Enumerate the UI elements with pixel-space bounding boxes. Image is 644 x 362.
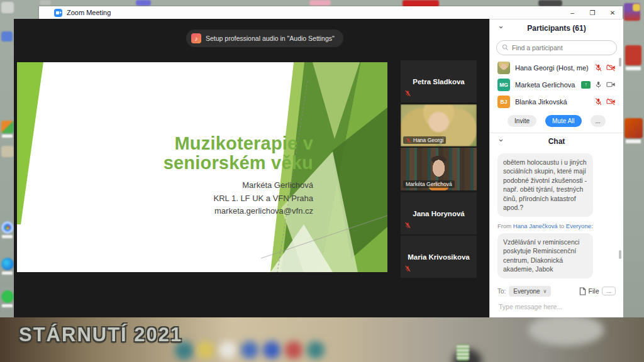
avatar xyxy=(497,62,510,74)
video-tile-hana[interactable]: Hana Georgi xyxy=(401,104,477,146)
chat-sender-line: From Hana Janečková to Everyone: xyxy=(497,222,616,229)
video-tile-maria[interactable]: Maria Krivosikova xyxy=(401,236,477,278)
participants-title: Participants (61) xyxy=(490,24,623,33)
desktop-icon[interactable] xyxy=(1,221,14,234)
tile-name: Hana Georgi xyxy=(413,137,443,143)
video-tile-jana[interactable]: Jana Horynová xyxy=(401,192,477,234)
to-label: To: xyxy=(497,288,506,295)
desktop-icon[interactable] xyxy=(309,0,331,6)
chevron-down-icon: ∨ xyxy=(543,288,547,294)
chat-scrollbar[interactable] xyxy=(619,250,621,259)
avatar: BJ xyxy=(497,96,510,108)
file-label: File xyxy=(589,287,599,295)
desktop-icon[interactable] xyxy=(538,0,562,6)
music-note-icon: ♪ xyxy=(191,33,201,43)
tile-name-badge: Hana Georgi xyxy=(403,136,446,144)
window-title: Zoom Meeting xyxy=(67,9,111,16)
recipient-value: Everyone xyxy=(513,288,540,295)
mic-muted-icon xyxy=(404,263,411,274)
chat-more-button[interactable]: ... xyxy=(602,287,616,295)
video-off-icon xyxy=(606,97,616,106)
chat-message: Vzdělávání v reminiscenci poskytuje Remi… xyxy=(497,233,593,278)
video-tile-petra[interactable]: Petra Sladkova xyxy=(401,60,477,102)
participant-search xyxy=(496,40,617,55)
slide-subtitle: Markéta Gerlichová KRL 1. LF UK a VFN Pr… xyxy=(164,179,313,217)
participant-row-blanka[interactable]: BJ Blanka Jirkovská xyxy=(490,93,623,110)
tile-name: Jana Horynová xyxy=(401,192,477,234)
search-icon xyxy=(502,44,509,51)
desktop-icon[interactable] xyxy=(633,4,640,11)
audio-settings-banner[interactable]: ♪ Setup professional audio in "Audio Set… xyxy=(186,30,343,47)
close-button[interactable]: ✕ xyxy=(602,6,623,19)
mic-muted-icon xyxy=(594,63,602,72)
chat-header: ⌄ Chat xyxy=(490,133,623,150)
mic-icon xyxy=(594,80,602,89)
tile-name: Petra Sladkova xyxy=(401,60,477,102)
shared-slide: Muzikoterapie v seniorském věku Markéta … xyxy=(17,62,387,272)
desktop-icon[interactable] xyxy=(625,45,641,65)
chevron-down-icon[interactable]: ⌄ xyxy=(497,134,504,143)
participant-row-marketa[interactable]: MG Marketa Gerlichova ↑ xyxy=(490,76,623,93)
mic-muted-icon xyxy=(406,138,411,143)
mic-muted-icon xyxy=(594,97,602,106)
chat-message: obětem holocaustu i u jiných sociálních … xyxy=(497,153,593,217)
desktop-icon[interactable] xyxy=(136,0,151,6)
minimize-button[interactable]: – xyxy=(562,6,582,19)
participants-header: ⌄ Participants (61) xyxy=(490,19,623,38)
audio-banner-text: Setup professional audio in "Audio Setti… xyxy=(206,35,335,42)
participant-name: Blanka Jirkovská xyxy=(515,98,589,106)
video-tile-marketa-active-speaker[interactable]: Markéta Gerlichová xyxy=(401,148,477,190)
window-titlebar[interactable]: Zoom Meeting – ❐ ✕ xyxy=(39,6,623,19)
participants-scrollbar[interactable] xyxy=(619,58,621,67)
more-options-button[interactable]: ... xyxy=(591,115,606,127)
chat-message-input[interactable] xyxy=(497,302,613,319)
slide-title: Muzikoterapie v seniorském věku xyxy=(164,134,313,172)
tile-name-badge: Markéta Gerlichová xyxy=(403,180,455,188)
chat-composer: To: Everyone ∨ File ... xyxy=(497,286,616,297)
window-controls: – ❐ ✕ xyxy=(562,6,623,19)
desktop-icon[interactable] xyxy=(1,121,14,133)
chat-title: Chat xyxy=(490,137,623,146)
mic-muted-icon xyxy=(404,219,411,231)
zoom-app-icon xyxy=(54,9,62,17)
participants-actions: Invite Mute All ... xyxy=(490,115,623,127)
file-icon xyxy=(579,287,586,295)
desktop-icon[interactable] xyxy=(1,146,14,157)
search-input[interactable] xyxy=(496,40,617,55)
participant-name: Marketa Gerlichova xyxy=(515,81,576,89)
participant-name: Hana Georgi (Host, me) xyxy=(515,64,589,72)
maximize-button[interactable]: ❐ xyxy=(582,6,602,19)
desktop-icon[interactable] xyxy=(625,118,643,138)
video-icon xyxy=(606,80,616,89)
desktop-icon[interactable] xyxy=(1,258,14,270)
recipient-dropdown[interactable]: Everyone ∨ xyxy=(509,286,551,297)
participant-row-hana[interactable]: Hana Georgi (Host, me) xyxy=(490,59,623,76)
screen-sharing-icon: ↑ xyxy=(581,81,591,89)
video-off-icon xyxy=(606,63,616,72)
wallpaper-text: STÁRNUTÍ 2021 xyxy=(19,324,182,346)
tile-name: Markéta Gerlichová xyxy=(406,181,452,187)
desktop-icon[interactable] xyxy=(1,290,14,303)
chevron-down-icon[interactable]: ⌄ xyxy=(497,21,504,30)
zoom-meeting-content: ♪ Setup professional audio in "Audio Set… xyxy=(14,19,623,317)
slide-text-block: Muzikoterapie v seniorském věku Markéta … xyxy=(164,134,313,217)
desktop-icon[interactable] xyxy=(1,2,14,13)
tile-name: Maria Krivosikova xyxy=(401,236,477,278)
side-panel: ⌄ Participants (61) Hana Georgi (Host, m… xyxy=(489,19,623,317)
avatar: MG xyxy=(497,79,510,91)
desktop-icon[interactable] xyxy=(40,0,51,5)
mute-all-button[interactable]: Mute All xyxy=(545,115,582,127)
file-attach-button[interactable]: File xyxy=(579,287,599,295)
invite-button[interactable]: Invite xyxy=(508,115,536,127)
mic-muted-icon xyxy=(404,87,411,99)
desktop-icon[interactable] xyxy=(1,31,13,41)
